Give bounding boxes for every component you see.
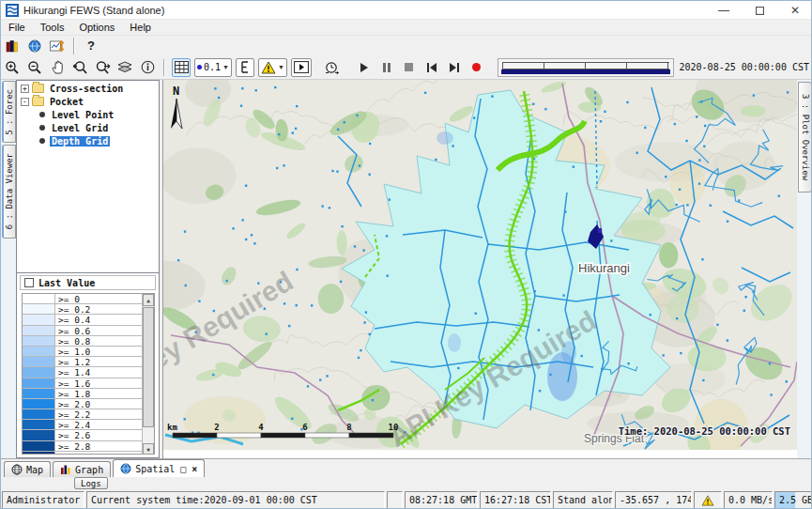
legend-row[interactable]: >= 0.8 xyxy=(23,336,154,347)
skip-start-icon[interactable] xyxy=(422,58,441,77)
svg-text:6: 6 xyxy=(302,423,307,432)
time-slider[interactable] xyxy=(498,58,674,77)
legend-rows: >= 0>= 0.2>= 0.4>= 0.6>= 0.8>= 1.0>= 1.2… xyxy=(23,294,154,455)
layers-tree: + Cross-section - Pocket Level Point Lev… xyxy=(17,81,159,272)
legend-swatch xyxy=(23,399,55,409)
legend-row[interactable]: >= 2.0 xyxy=(23,399,154,409)
map-panel: API Key Required API Key Required Hikura… xyxy=(162,80,797,458)
play-icon[interactable] xyxy=(355,58,374,77)
legend-row[interactable]: >= 1.0 xyxy=(23,347,154,357)
app-icon xyxy=(6,4,19,17)
legend-row[interactable]: >= 0.6 xyxy=(23,326,154,336)
logs-button[interactable]: Logs xyxy=(74,477,108,489)
legend-scrollbar[interactable]: ▲ ▼ xyxy=(142,294,154,455)
legend-row[interactable]: >= 0 xyxy=(23,294,154,304)
tree-node-level-point[interactable]: Level Point xyxy=(17,109,159,120)
status-warning-cell[interactable] xyxy=(694,491,722,509)
classify-dropdown[interactable]: 0.1 ▼ xyxy=(194,58,232,77)
tab-forecast[interactable]: 5 : Forec xyxy=(2,81,16,143)
legend-row[interactable]: >= 1.8 xyxy=(23,389,154,399)
legend-label: >= 0.8 xyxy=(55,336,154,346)
zoom-previous-icon[interactable] xyxy=(70,58,89,77)
layers-icon[interactable] xyxy=(115,58,134,77)
main-area: 5 : Forec 6 : Data Viewer + Cross-sectio… xyxy=(1,80,812,458)
menu-options[interactable]: Options xyxy=(71,21,122,34)
tab-data-viewer[interactable]: 6 : Data Viewer xyxy=(2,145,16,239)
town-label: Hikurangi xyxy=(578,261,630,275)
pause-icon[interactable] xyxy=(377,58,396,77)
expand-toggle[interactable]: + xyxy=(21,85,29,93)
legend-swatch xyxy=(23,409,55,419)
database-icon[interactable] xyxy=(3,37,22,55)
legend-label: >= 2.0 xyxy=(55,399,154,409)
minimize-button[interactable]: — xyxy=(706,1,742,20)
zoom-in-icon[interactable] xyxy=(3,58,22,77)
legend-label: >= 0.2 xyxy=(55,304,154,314)
legend-swatch xyxy=(23,347,55,356)
last-value-checkbox[interactable] xyxy=(24,278,34,287)
legend-row[interactable]: >= 3.0 xyxy=(23,452,154,455)
menu-file[interactable]: File xyxy=(1,21,33,34)
tab-graph[interactable]: Graph xyxy=(53,461,111,477)
tree-node-depth-grid[interactable]: Depth Grid xyxy=(17,135,159,147)
info-icon[interactable] xyxy=(138,58,157,77)
layer-bullet-icon xyxy=(39,138,45,144)
tab-map[interactable]: Map xyxy=(4,461,51,477)
legend-label: >= 2.2 xyxy=(55,409,154,419)
menu-tools[interactable]: Tools xyxy=(33,21,72,34)
zoom-next-icon[interactable] xyxy=(93,58,112,77)
warning-dropdown[interactable]: ▼ xyxy=(258,58,287,77)
map-toolbar: 0.1 ▼ ▼ 2020-08-25 00:00:00 CST xyxy=(1,55,812,80)
stop-icon[interactable] xyxy=(400,58,419,77)
legend-row[interactable]: >= 2.2 xyxy=(23,409,154,420)
collapse-toggle[interactable]: - xyxy=(21,98,29,106)
pan-icon[interactable] xyxy=(48,58,67,77)
legend-row[interactable]: >= 1.2 xyxy=(23,357,154,367)
help-icon[interactable]: ? xyxy=(82,37,100,55)
close-button[interactable]: ✕ xyxy=(777,1,812,20)
legend-label: >= 2.4 xyxy=(55,420,154,429)
tab-maximize-icon[interactable]: □ xyxy=(180,464,186,474)
tab-close-icon[interactable]: × xyxy=(192,464,197,474)
legend-row[interactable]: >= 0.2 xyxy=(23,304,154,315)
last-value-checkbox-row[interactable]: Last Value xyxy=(20,275,156,290)
legend-label: >= 0.4 xyxy=(55,315,154,324)
warning-triangle-icon xyxy=(701,495,714,506)
maximize-button[interactable] xyxy=(742,1,777,20)
skip-end-icon[interactable] xyxy=(445,58,464,77)
animation-clock-icon[interactable] xyxy=(323,58,342,77)
grid-icon[interactable] xyxy=(172,58,191,77)
scroll-up-icon[interactable]: ▲ xyxy=(143,294,154,306)
label-icon[interactable] xyxy=(236,58,254,77)
tab-spatial[interactable]: Spatial □ × xyxy=(113,459,205,477)
map-svg[interactable]: API Key Required API Key Required Hikura… xyxy=(163,80,798,450)
legend-row[interactable]: >= 2.4 xyxy=(23,420,154,430)
legend-row[interactable]: >= 2.8 xyxy=(23,441,154,452)
tab-plot-overview[interactable]: 3 : Plot Overview xyxy=(798,82,812,193)
legend-row[interactable]: >= 1.6 xyxy=(23,378,154,389)
titlebar: Hikurangi FEWS (Stand alone) — ✕ xyxy=(1,1,812,20)
scroll-down-icon[interactable]: ▼ xyxy=(143,443,154,455)
status-local-time: 16:27:18 CST xyxy=(480,491,551,509)
legend-label: >= 2.6 xyxy=(55,430,154,440)
record-icon[interactable] xyxy=(467,58,486,77)
main-toolbar: ? xyxy=(1,36,812,55)
movie-icon[interactable] xyxy=(291,58,312,77)
legend-row[interactable]: >= 0.4 xyxy=(23,315,154,325)
legend-label: >= 2.8 xyxy=(55,441,154,451)
legend-swatch xyxy=(23,336,55,346)
zoom-out-icon[interactable] xyxy=(25,58,44,77)
legend-swatch xyxy=(23,441,55,451)
layer-bullet-icon xyxy=(39,125,45,131)
folder-icon xyxy=(32,84,44,93)
menu-help[interactable]: Help xyxy=(122,21,159,34)
last-value-label: Last Value xyxy=(38,278,95,288)
tree-node-level-grid[interactable]: Level Grid xyxy=(17,122,159,133)
spatial-display-icon[interactable] xyxy=(48,37,67,55)
tree-node-cross-section[interactable]: + Cross-section xyxy=(17,83,159,94)
legend-row[interactable]: >= 1.4 xyxy=(23,367,154,378)
tree-node-pocket[interactable]: - Pocket xyxy=(17,96,159,107)
scroll-thumb[interactable] xyxy=(143,307,154,427)
globe-icon[interactable] xyxy=(25,37,44,55)
legend-row[interactable]: >= 2.6 xyxy=(23,430,154,440)
